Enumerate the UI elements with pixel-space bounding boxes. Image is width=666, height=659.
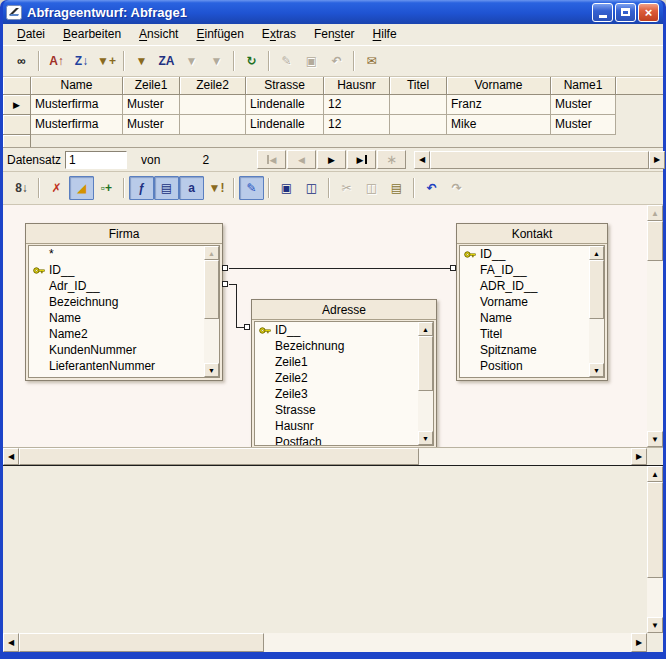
functions-button[interactable]: ƒ	[129, 176, 154, 200]
field-item[interactable]: Position	[460, 358, 604, 374]
field-item[interactable]: Zeile2	[255, 370, 433, 386]
field-item[interactable]: *	[29, 246, 219, 262]
field-item[interactable]: Bezeichnung	[255, 338, 433, 354]
scroll-left-button[interactable]: ◀	[3, 448, 19, 465]
field-item[interactable]: Vorname	[460, 294, 604, 310]
row-selector[interactable]: ▶	[3, 95, 31, 115]
scroll-up-button[interactable]: ▲	[204, 246, 219, 260]
scroll-track[interactable]	[204, 319, 219, 363]
autofilter-button[interactable]: ▼+	[94, 49, 119, 73]
scroll-track[interactable]	[418, 391, 433, 431]
design-view-on-off-button[interactable]: ◢	[69, 176, 94, 200]
data-cell[interactable]: 12	[324, 115, 390, 135]
field-item[interactable]: Titel	[460, 326, 604, 342]
scroll-up-button[interactable]: ▲	[589, 246, 604, 260]
titlebar[interactable]: Abfrageentwurf: Abfrage1 ×	[3, 0, 663, 24]
undo-button[interactable]: ↶	[419, 176, 444, 200]
menu-ansicht[interactable]: Ansicht	[130, 25, 187, 44]
sort-order-button[interactable]: ZA	[154, 49, 179, 73]
add-table-button[interactable]: ▫+	[94, 176, 119, 200]
run-query-button[interactable]: 8↓	[9, 176, 34, 200]
scroll-thumb[interactable]	[647, 482, 663, 578]
scroll-up-button[interactable]: ▲	[647, 466, 663, 482]
scroll-track[interactable]	[647, 261, 663, 431]
row-selector-header[interactable]	[3, 77, 31, 95]
column-header-name1[interactable]: Name1	[551, 77, 616, 95]
scroll-left-button[interactable]: ◀	[3, 633, 19, 652]
save-button[interactable]: ▣	[274, 176, 299, 200]
record-number-input[interactable]	[65, 151, 127, 169]
scroll-thumb[interactable]	[589, 260, 604, 319]
scroll-up-button[interactable]: ▲	[418, 322, 433, 336]
field-item[interactable]: Strasse	[255, 402, 433, 418]
scroll-thumb[interactable]	[418, 336, 433, 391]
field-item[interactable]: Hausnr	[255, 418, 433, 434]
data-cell[interactable]: Mike	[447, 115, 551, 135]
data-cell[interactable]: Musterfirma	[31, 115, 123, 135]
column-header-zeile2[interactable]: Zeile2	[180, 77, 246, 95]
field-item[interactable]: ID__	[255, 322, 433, 338]
data-cell[interactable]: Lindenalle	[246, 115, 324, 135]
field-item[interactable]: Bezeichnung	[29, 294, 219, 310]
menu-hilfe[interactable]: Hilfe	[364, 25, 406, 44]
column-header-name[interactable]: Name	[31, 77, 123, 95]
scroll-thumb[interactable]	[647, 221, 663, 261]
next-record-button[interactable]: ▶	[317, 150, 346, 169]
close-button[interactable]: ×	[638, 3, 659, 22]
data-cell[interactable]: Muster	[551, 115, 616, 135]
field-item[interactable]: ADR_ID__	[460, 278, 604, 294]
edit-mode-button[interactable]: ✎	[239, 176, 264, 200]
table-name-button[interactable]: ▤	[154, 176, 179, 200]
join-line[interactable]	[236, 284, 237, 328]
standard-filter-button[interactable]: ▼	[129, 49, 154, 73]
field-item[interactable]: Adr_ID__	[29, 278, 219, 294]
scroll-right-button[interactable]: ▶	[631, 633, 647, 652]
save-as-button[interactable]: ◫	[299, 176, 324, 200]
field-item[interactable]: FA_ID__	[460, 262, 604, 278]
sort-ascending-button[interactable]: A↑	[44, 49, 69, 73]
maximize-button[interactable]	[615, 3, 636, 22]
menu-einfügen[interactable]: Einfügen	[187, 25, 252, 44]
paste-button[interactable]: ▤	[384, 176, 409, 200]
scroll-track[interactable]	[647, 578, 663, 617]
field-item[interactable]: ID__	[29, 262, 219, 278]
field-item[interactable]: Postfach	[255, 434, 433, 446]
sort-descending-button[interactable]: Z↓	[69, 49, 94, 73]
column-header-titel[interactable]: Titel	[390, 77, 447, 95]
menu-datei[interactable]: Datei	[8, 25, 54, 44]
field-item[interactable]: Name2	[29, 326, 219, 342]
data-cell[interactable]: Lindenalle	[246, 95, 324, 115]
data-cell[interactable]: Franz	[447, 95, 551, 115]
table-window-title[interactable]: Adresse	[252, 300, 436, 320]
scroll-down-button[interactable]: ▼	[647, 617, 663, 633]
scroll-thumb[interactable]	[19, 633, 264, 652]
scroll-right-button[interactable]: ▶	[649, 151, 665, 169]
table-window-title[interactable]: Firma	[26, 224, 222, 244]
scroll-track[interactable]	[589, 319, 604, 363]
query-design-canvas[interactable]: Firma*ID__Adr_ID__BezeichnungNameName2Ku…	[3, 205, 647, 447]
scroll-down-button[interactable]: ▼	[204, 363, 219, 377]
scroll-down-button[interactable]: ▼	[418, 431, 433, 445]
field-item[interactable]: Zeile3	[255, 386, 433, 402]
row-selector[interactable]	[3, 115, 31, 135]
minimize-button[interactable]	[592, 3, 613, 22]
menu-extras[interactable]: Extras	[253, 25, 305, 44]
clear-query-button[interactable]: ✗	[44, 176, 69, 200]
field-item[interactable]: KundenNummer	[29, 342, 219, 358]
column-header-vorname[interactable]: Vorname	[447, 77, 551, 95]
data-cell[interactable]	[390, 95, 447, 115]
scroll-right-button[interactable]: ▶	[631, 448, 647, 465]
field-item[interactable]: Spitzname	[460, 342, 604, 358]
scroll-track[interactable]	[419, 448, 631, 465]
column-header-strasse[interactable]: Strasse	[246, 77, 324, 95]
data-cell[interactable]	[180, 115, 246, 135]
field-item[interactable]: LieferantenNummer	[29, 358, 219, 374]
data-cell[interactable]: Muster	[123, 115, 180, 135]
find-record-button[interactable]: ∞	[9, 49, 34, 73]
last-record-button[interactable]: ▶	[347, 150, 376, 169]
menu-bearbeiten[interactable]: Bearbeiten	[54, 25, 130, 44]
scroll-down-button[interactable]: ▼	[589, 363, 604, 377]
scroll-thumb[interactable]	[204, 260, 219, 319]
data-cell[interactable]	[180, 95, 246, 115]
table-window-title[interactable]: Kontakt	[457, 224, 607, 244]
